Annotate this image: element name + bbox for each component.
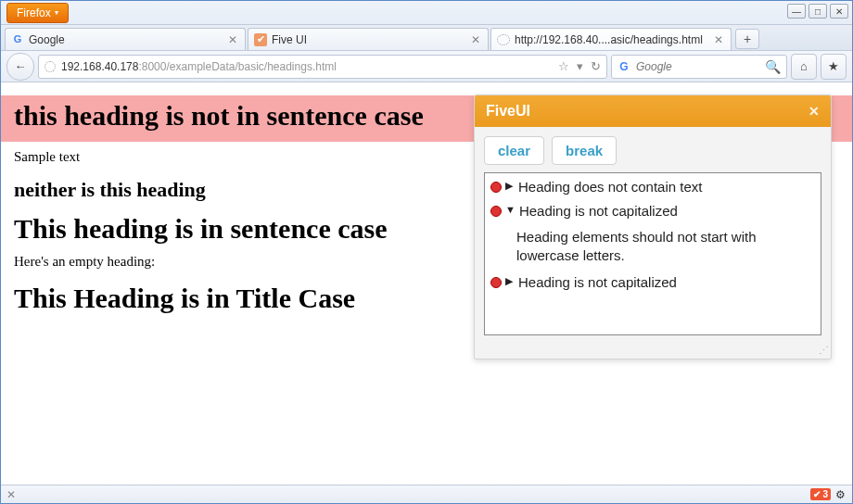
resize-grip-icon[interactable]: ⋰ <box>475 345 831 359</box>
close-window-button[interactable]: ✕ <box>830 4 848 19</box>
reload-icon[interactable]: ↻ <box>591 59 601 73</box>
fiveui-favicon-icon: ✔ <box>254 33 267 46</box>
issue-message: Heading is not capitalized <box>518 273 815 292</box>
close-panel-icon[interactable]: ✕ <box>808 104 820 119</box>
severity-icon <box>490 206 502 217</box>
close-tab-icon[interactable]: ✕ <box>712 33 725 46</box>
search-engine-icon[interactable]: G <box>617 60 630 73</box>
search-go-icon[interactable]: 🔍 <box>765 59 781 74</box>
issue-item[interactable]: ▶ Heading does not contain text <box>489 175 817 199</box>
search-placeholder: Google <box>636 60 672 73</box>
issue-detail: Heading elements should not start with l… <box>489 224 817 271</box>
minimize-button[interactable]: — <box>787 4 806 19</box>
break-button[interactable]: break <box>552 136 617 165</box>
back-button[interactable]: ← <box>6 53 34 81</box>
collapse-arrow-icon[interactable]: ▼ <box>505 204 516 215</box>
home-button[interactable]: ⌂ <box>791 54 817 80</box>
new-tab-button[interactable]: + <box>735 29 759 49</box>
issue-message: Heading does not contain text <box>518 178 815 196</box>
status-bar: ✕ ✔ 3 ⚙ <box>1 485 852 503</box>
expand-arrow-icon[interactable]: ▶ <box>505 180 515 192</box>
tab-fiveui[interactable]: ✔ Five UI ✕ <box>248 28 489 50</box>
clear-button[interactable]: clear <box>484 136 544 165</box>
fiveui-addon-badge[interactable]: ✔ 3 <box>810 488 831 500</box>
issue-item[interactable]: ▶ Heading is not capitalized <box>489 271 817 295</box>
url-bar[interactable]: 192.168.40.178:8000/exampleData/basic/he… <box>38 55 607 79</box>
addon-tray: ✔ 3 ⚙ <box>810 488 847 501</box>
close-tab-icon[interactable]: ✕ <box>226 33 239 46</box>
fiveui-toolbar: clear break <box>475 127 831 172</box>
tab-label: Five UI <box>272 33 307 46</box>
identity-icon <box>45 61 56 72</box>
bookmarks-button[interactable]: ★ <box>821 54 847 80</box>
tab-label: Google <box>29 33 65 46</box>
fiveui-panel: FiveUI ✕ clear break ▶ Heading does not … <box>474 94 832 359</box>
tab-headings[interactable]: http://192.168.40....asic/headings.html … <box>490 28 732 50</box>
check-icon: ✔ <box>813 489 821 499</box>
badge-count: 3 <box>822 489 828 499</box>
firefox-menu-button[interactable]: Firefox ▾ <box>6 3 69 23</box>
maximize-button[interactable]: □ <box>808 4 827 19</box>
issue-message: Heading is not capitalized <box>519 202 815 220</box>
close-tab-icon[interactable]: ✕ <box>469 33 482 46</box>
bookmark-star-icon[interactable]: ☆ <box>558 59 569 73</box>
url-text: 192.168.40.178:8000/exampleData/basic/he… <box>61 60 553 73</box>
google-favicon-icon: G <box>11 33 24 46</box>
nav-bar: ← 192.168.40.178:8000/exampleData/basic/… <box>1 51 852 82</box>
dropdown-icon: ▾ <box>55 8 58 17</box>
severity-icon <box>490 182 502 193</box>
fiveui-header[interactable]: FiveUI ✕ <box>475 95 831 127</box>
expand-arrow-icon[interactable]: ▶ <box>505 275 515 287</box>
firefox-menu-label: Firefox <box>17 6 51 19</box>
tab-google[interactable]: G Google ✕ <box>5 28 246 50</box>
url-actions: ☆ ▾ ↻ <box>558 59 601 73</box>
fiveui-issue-list[interactable]: ▶ Heading does not contain text ▼ Headin… <box>484 172 821 335</box>
gear-icon[interactable]: ⚙ <box>834 488 847 501</box>
tab-strip: G Google ✕ ✔ Five UI ✕ http://192.168.40… <box>1 25 852 51</box>
severity-icon <box>490 277 502 288</box>
page-favicon-icon <box>497 34 510 45</box>
statusbar-close-icon[interactable]: ✕ <box>6 488 16 501</box>
history-dropdown-icon[interactable]: ▾ <box>577 59 583 73</box>
search-bar[interactable]: G Google 🔍 <box>611 55 787 79</box>
issue-item[interactable]: ▼ Heading is not capitalized <box>489 199 817 223</box>
fiveui-title: FiveUI <box>486 103 530 120</box>
window-controls: — □ ✕ <box>787 4 848 19</box>
tab-label: http://192.168.40....asic/headings.html <box>515 33 703 46</box>
menu-bar: Firefox ▾ — □ ✕ <box>1 1 852 25</box>
